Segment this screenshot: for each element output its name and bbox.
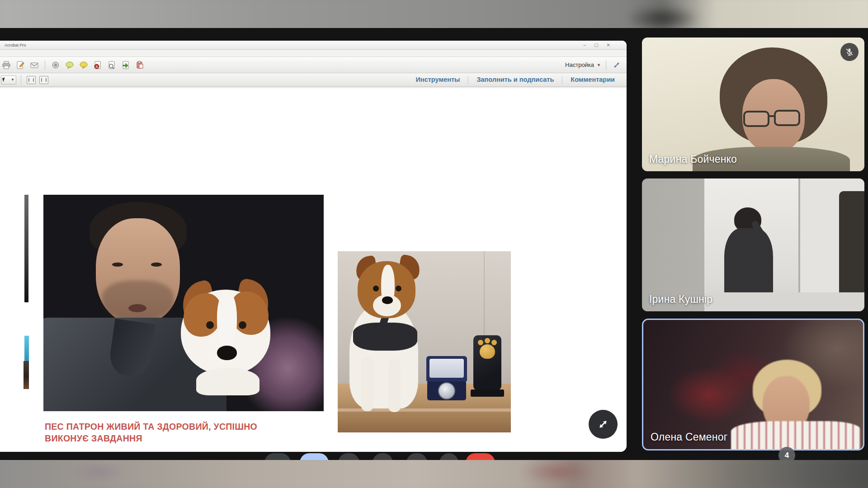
control-pill[interactable]	[264, 453, 291, 460]
window-title: Acrobat Pro	[5, 41, 26, 50]
photo-man-with-dog	[43, 195, 324, 411]
secondary-toolbar: ▼ Инструменты Заполнить и подписать Комм…	[0, 73, 627, 87]
dog-leg	[361, 358, 373, 411]
toolbar-separator	[45, 60, 45, 70]
participant-name: Олена Семеног	[651, 431, 727, 443]
minimize-button[interactable]: –	[584, 41, 586, 50]
toolbar-separator	[606, 60, 606, 70]
comment-note-icon[interactable]	[64, 60, 75, 70]
pdf-caption-text: ПЕС ПАТРОН ЖИВИЙ ТА ЗДОРОВИЙ, УСПІШНО ВИ…	[45, 421, 302, 445]
close-button[interactable]: ✕	[607, 41, 610, 50]
window-titlebar: Acrobat Pro – ▢ ✕	[0, 41, 627, 50]
shared-screen-acrobat-window: Acrobat Pro – ▢ ✕	[0, 41, 627, 452]
man-eye	[151, 263, 162, 267]
dog-chest	[196, 368, 259, 395]
maximize-button[interactable]: ▢	[594, 41, 598, 50]
fit-page-icon[interactable]	[39, 76, 48, 84]
dog-nose	[382, 296, 393, 304]
tab-comments[interactable]: Комментарии	[562, 73, 623, 86]
pdf-convert-icon[interactable]: A	[92, 60, 103, 70]
glasses-bridge	[769, 115, 775, 117]
chevron-down-icon: ▼	[597, 63, 601, 67]
participant-name: Марина Бойченко	[649, 153, 737, 165]
select-tool-dropdown[interactable]: ▼	[1, 75, 16, 84]
cropped-photo-edge	[24, 336, 29, 361]
blur-gradient	[0, 0, 868, 28]
medal	[438, 382, 455, 399]
trophy-base	[471, 389, 504, 397]
blur-gradient	[0, 460, 868, 488]
menu-bar	[0, 50, 627, 57]
video-frame: Acrobat Pro – ▢ ✕	[0, 28, 868, 460]
dog-nose	[217, 346, 237, 360]
participant-count: 4	[785, 451, 789, 460]
dog-eye	[206, 321, 214, 329]
participant-name: Ірина Кушнір	[649, 293, 712, 305]
detach-toolbar-icon[interactable]	[611, 60, 622, 70]
dog-blaze	[217, 291, 237, 347]
end-call-button[interactable]	[466, 453, 495, 460]
cursor-icon	[2, 77, 6, 82]
email-icon[interactable]	[29, 60, 40, 70]
pdf-export-icon[interactable]	[120, 60, 131, 70]
muted-mic-icon	[840, 43, 859, 61]
blurred-background-top	[0, 0, 868, 28]
control-pill[interactable]	[338, 453, 359, 460]
window-controls: – ▢ ✕	[584, 41, 610, 50]
trophy-paw	[480, 344, 495, 359]
control-pill[interactable]	[373, 453, 393, 460]
expand-icon	[595, 417, 611, 432]
trophy-paw-toe	[491, 340, 497, 345]
man-stubble	[102, 281, 174, 321]
active-control-pill[interactable]	[300, 453, 329, 460]
stamp-tool-icon[interactable]	[50, 60, 61, 70]
control-pill[interactable]	[439, 453, 458, 460]
cropped-photo-edge	[24, 361, 29, 389]
task-pane-tabs: Инструменты Заполнить и подписать Коммен…	[408, 73, 623, 86]
trophy-paw-toe	[485, 338, 490, 343]
settings-label: Настройка	[565, 61, 594, 68]
highlight-comment-icon[interactable]	[78, 60, 89, 70]
cropped-photo-edge	[24, 195, 28, 302]
dog-eye	[373, 286, 379, 291]
tab-fill-sign[interactable]: Заполнить и подписать	[468, 73, 562, 86]
embroidered-blouse	[731, 421, 860, 450]
edit-document-icon[interactable]	[15, 60, 26, 70]
trophy-frame	[473, 335, 501, 390]
blurred-background-bottom	[0, 460, 868, 488]
dog-patron	[178, 280, 275, 388]
settings-dropdown[interactable]: Настройка ▼	[565, 61, 601, 68]
dog-leg	[388, 359, 401, 412]
fit-width-icon[interactable]	[27, 76, 36, 84]
participant-tile-olena-active-speaker[interactable]: Олена Семеног	[642, 319, 864, 450]
chevron-down-icon: ▼	[11, 78, 14, 82]
glasses-lens	[743, 111, 769, 127]
control-pill[interactable]	[406, 453, 427, 460]
print-icon[interactable]	[1, 60, 12, 70]
more-participants-badge: 4	[778, 447, 795, 460]
pdf-document-page[interactable]: ПЕС ПАТРОН ЖИВИЙ ТА ЗДОРОВИЙ, УСПІШНО ВИ…	[0, 88, 627, 452]
photo-dog-with-awards	[338, 251, 511, 432]
svg-text:A: A	[96, 65, 98, 68]
dog-eye	[239, 321, 246, 329]
participant-tile-iryna[interactable]: Ірина Кушнір	[642, 178, 864, 311]
main-toolbar: A Настройка ▼	[0, 57, 627, 73]
tab-tools[interactable]: Инструменты	[408, 73, 468, 86]
dog-eye	[396, 286, 401, 291]
pdf-search-icon[interactable]	[106, 60, 117, 70]
trophy-paw-toe	[478, 340, 483, 345]
meeting-screen: Acrobat Pro – ▢ ✕	[0, 0, 868, 488]
clipboard-paste-icon[interactable]	[134, 60, 145, 70]
glasses-lens	[774, 110, 800, 126]
expand-presentation-button[interactable]	[589, 410, 618, 439]
participant-tile-marina[interactable]: Марина Бойченко	[642, 38, 864, 171]
man-eye	[112, 263, 123, 267]
toolbar-separator	[21, 75, 21, 85]
man-mouth	[128, 304, 146, 312]
floor	[704, 292, 864, 311]
medal-box-lining	[429, 359, 464, 378]
